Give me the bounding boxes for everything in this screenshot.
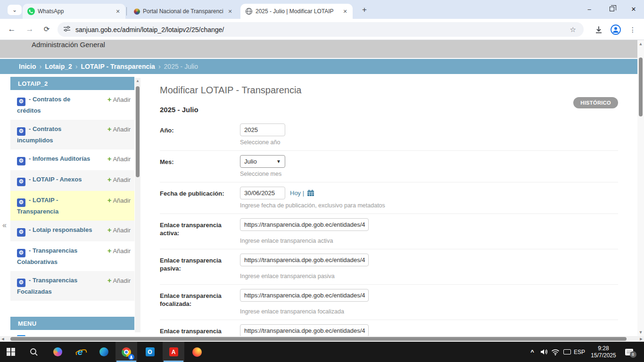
taskbar-firefox-button[interactable] <box>186 342 208 362</box>
tab-whatsapp[interactable]: WhatsApp ✕ <box>23 4 125 19</box>
tray-time: 9:28 <box>598 345 609 352</box>
taskbar-acrobat-button[interactable]: A <box>163 342 184 362</box>
field-input[interactable]: https://transparencia.dpe.gob.ec/entidad… <box>240 218 369 231</box>
browser-tab-strip: ⌄ WhatsApp ✕ Portal Nacional de Transpar… <box>0 0 644 19</box>
forward-button[interactable]: → <box>23 22 37 36</box>
page-vertical-scrollbar[interactable]: ▲ ▼ <box>637 40 644 336</box>
sidebar-item[interactable]: - Transparencias Colaborativas +Añadir <box>10 241 134 271</box>
admin-header-bar: Administración General <box>0 40 637 58</box>
taskbar-edge-button[interactable] <box>93 342 115 362</box>
field-help-text: Ingrese enlace transparencia focalizada <box>240 308 618 315</box>
scroll-up-icon[interactable]: ▲ <box>637 41 644 46</box>
add-link[interactable]: +Añadir <box>107 246 131 255</box>
sidebar-item[interactable]: - LOTAIP - Anexos +Añadir <box>10 170 134 191</box>
window-restore-button[interactable] <box>602 0 622 18</box>
add-link[interactable]: +Añadir <box>107 175 131 184</box>
add-link[interactable]: +Añadir <box>107 225 131 235</box>
new-tab-button[interactable]: + <box>358 4 371 16</box>
sidebar-item[interactable]: - Contratos incumplidos +Añadir <box>10 120 134 149</box>
tray-language-indicator[interactable]: ESP <box>572 342 586 362</box>
breadcrumb-lotaip-transparencia[interactable]: LOTAIP - Transparencia <box>81 63 155 70</box>
add-link[interactable]: +Añadir <box>107 196 131 205</box>
field-label: Fecha de publicación: <box>160 187 231 209</box>
close-icon[interactable]: ✕ <box>226 8 234 15</box>
breadcrumb-inicio[interactable]: Inicio <box>19 63 36 70</box>
form-row: Fecha de publicación: 30/06/2025▼ Hoy | … <box>160 182 618 214</box>
field-label: Enlace transparencia pasiva: <box>160 254 231 280</box>
taskbar-search-button[interactable] <box>23 342 45 362</box>
sidebar-scrollbar[interactable]: ▲ <box>135 78 140 332</box>
field-input[interactable]: https://transparencia.dpe.gob.ec/entidad… <box>240 289 369 302</box>
field-label: Enlace transparencia <box>160 324 231 336</box>
tray-date: 15/7/2025 <box>591 352 616 359</box>
plus-icon: + <box>107 95 112 103</box>
tab-title: 2025 - Julio | Modificar LOTAIP <box>256 8 339 15</box>
taskbar-ie-button[interactable]: e <box>69 342 91 362</box>
add-link[interactable]: +Añadir <box>107 124 131 134</box>
notification-icon: 8 <box>625 349 633 355</box>
page-horizontal-scrollbar[interactable]: ◄ ► <box>0 336 644 342</box>
sidebar-item[interactable]: - Informes Auditorías +Añadir <box>10 149 134 170</box>
tab-portal-transparencia[interactable]: Portal Nacional de Transparenci ✕ <box>129 4 238 19</box>
tab-active-lotaip[interactable]: 2025 - Julio | Modificar LOTAIP ✕ <box>240 4 353 19</box>
taskbar-copilot-button[interactable] <box>47 342 68 362</box>
change-form: Modificar LOTAIP - Transparencia HISTÓRI… <box>160 85 618 336</box>
close-icon[interactable]: ✕ <box>341 8 349 15</box>
whatsapp-icon <box>27 8 35 15</box>
taskbar-outlook-button[interactable]: O <box>139 342 161 362</box>
scroll-right-icon[interactable]: ► <box>638 336 644 342</box>
sidebar-item[interactable]: - Transparencias Focalizadas +Añadir <box>10 271 134 301</box>
scrollbar-thumb[interactable] <box>136 86 140 177</box>
window-close-button[interactable]: ✕ <box>623 0 644 18</box>
tray-cast-button[interactable] <box>561 342 573 362</box>
add-link[interactable]: +Añadir <box>107 95 131 104</box>
scrollbar-thumb[interactable] <box>10 337 627 341</box>
wifi-icon <box>551 349 560 355</box>
model-icon <box>17 127 25 136</box>
field-input[interactable]: Julio▼ <box>240 155 285 168</box>
admin-sidebar: LOTAIP_2 - Contratos de créditos +Añadir… <box>10 77 134 336</box>
model-icon <box>17 178 25 186</box>
window-minimize-button[interactable]: – <box>579 0 600 18</box>
scroll-down-icon[interactable]: ▼ <box>637 330 644 335</box>
downloads-button[interactable] <box>592 23 605 36</box>
tray-clock[interactable]: 9:28 15/7/2025 <box>586 342 621 362</box>
add-link[interactable]: +Añadir <box>107 276 131 285</box>
scrollbar-thumb[interactable] <box>639 58 643 116</box>
tray-show-hidden-icons[interactable]: ^ <box>527 342 537 362</box>
taskbar-chrome-button[interactable] <box>116 342 137 362</box>
breadcrumb-lotaip2[interactable]: Lotaip_2 <box>45 63 72 70</box>
reload-button[interactable]: ⟳ <box>40 22 54 36</box>
browser-menu-button[interactable]: ⋮ <box>627 23 638 36</box>
today-link[interactable]: Hoy | <box>290 189 304 197</box>
start-button[interactable] <box>0 342 22 362</box>
sidebar-item[interactable]: - Contratos de créditos +Añadir <box>10 90 134 120</box>
breadcrumb-current: 2025 - Julio <box>164 63 198 70</box>
tab-search-button[interactable]: ⌄ <box>8 5 22 15</box>
sidebar-item[interactable]: - Páginas +Añadir <box>10 330 134 336</box>
address-bar[interactable]: sanjuan.gob.ec/admin/lotaip_2/lotaipv2/2… <box>58 22 584 37</box>
field-input[interactable]: 2025▼ <box>240 123 285 136</box>
sidebar-item[interactable]: - Lotaip responsables +Añadir <box>10 221 134 241</box>
tray-wifi-button[interactable] <box>550 342 561 362</box>
bookmark-star-icon[interactable]: ☆ <box>568 25 578 34</box>
historico-button[interactable]: HISTÓRICO <box>573 97 618 108</box>
sidebar-item[interactable]: - LOTAIP - Transparencia +Añadir <box>10 191 134 221</box>
chevron-up-icon: ^ <box>530 348 534 355</box>
add-link[interactable]: +Añadir <box>107 154 131 164</box>
profile-avatar[interactable] <box>609 23 622 36</box>
tray-volume-button[interactable] <box>538 342 550 362</box>
site-settings-icon[interactable] <box>63 25 71 34</box>
field-input[interactable]: 30/06/2025▼ <box>240 187 285 199</box>
tray-notification-button[interactable]: 8 <box>622 342 636 362</box>
field-input[interactable]: https://transparencia.dpe.gob.ec/entidad… <box>240 254 369 266</box>
back-button[interactable]: ← <box>5 22 19 36</box>
close-icon[interactable]: ✕ <box>114 8 122 15</box>
sidebar-collapse-icon[interactable]: « <box>2 221 7 230</box>
scroll-left-icon[interactable]: ◄ <box>0 336 6 342</box>
plus-icon: + <box>107 175 112 183</box>
field-input[interactable]: https://transparencia.dpe.gob.ec/entidad… <box>240 324 369 336</box>
scroll-up-icon[interactable]: ▲ <box>135 79 140 83</box>
chrome-profile-badge <box>128 354 134 360</box>
calendar-icon[interactable] <box>307 189 314 197</box>
